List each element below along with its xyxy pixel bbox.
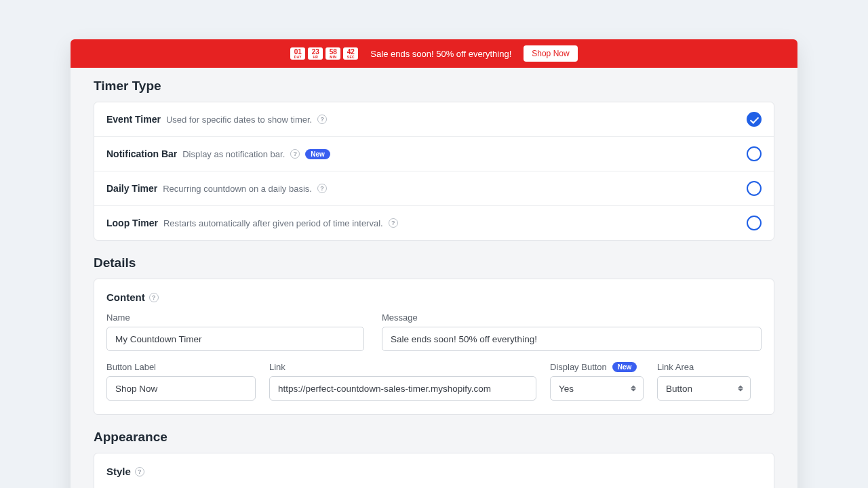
radio-loop-timer[interactable] [747,216,762,230]
countdown-day-lbl: DAY [290,56,305,59]
button-label-input[interactable] [106,376,256,401]
content-heading-text: Content [106,291,145,303]
timer-type-notification[interactable]: Notification Bar Display as notification… [94,137,774,171]
timer-type-desc: Display as notification bar. [182,149,285,159]
help-icon[interactable]: ? [135,467,144,476]
timer-type-loop[interactable]: Loop Timer Restarts automatically after … [94,206,774,240]
link-area-select[interactable]: Button [657,376,751,401]
countdown-min: 58 MIN [326,47,340,60]
section-title-appearance: Appearance [94,430,774,445]
link-label: Link [269,362,536,372]
new-badge: New [305,149,330,159]
section-title-details: Details [94,256,774,270]
content-card: Content ? Name Message Button Label [94,279,774,415]
display-button-label: Display Button [550,362,607,372]
name-input[interactable] [106,327,364,351]
help-icon[interactable]: ? [317,115,327,124]
style-heading: Style ? [106,466,762,477]
message-input[interactable] [382,327,762,351]
timer-type-name: Loop Timer [106,218,158,228]
message-label: Message [382,312,762,323]
countdown-boxes: 01 DAY 23 HR 58 MIN 42 SEC [290,47,358,60]
chevron-updown-icon [738,386,743,392]
timer-type-event[interactable]: Event Timer Used for specific dates to s… [94,102,774,137]
preview-banner: 01 DAY 23 HR 58 MIN 42 SEC Sale ends soo… [71,39,797,68]
link-area-value: Button [666,384,692,394]
help-icon[interactable]: ? [290,149,300,159]
timer-type-card: Event Timer Used for specific dates to s… [94,102,774,241]
banner-message: Sale ends soon! 50% off everything! [370,49,511,59]
countdown-sec-lbl: SEC [343,56,358,59]
timer-type-name: Notification Bar [106,148,177,159]
countdown-sec: 42 SEC [343,47,358,60]
new-badge: New [612,362,637,372]
display-button-value: Yes [559,384,574,394]
shop-now-button[interactable]: Shop Now [524,45,577,62]
timer-type-desc: Used for specific dates to show timer. [166,115,312,125]
display-button-select[interactable]: Yes [550,376,644,401]
name-label: Name [106,312,364,323]
timer-type-daily[interactable]: Daily Timer Recurring countdown on a dai… [94,171,774,206]
button-label-label: Button Label [106,362,256,372]
radio-daily-timer[interactable] [747,181,762,196]
content-heading: Content ? [106,291,762,303]
countdown-min-lbl: MIN [326,56,340,59]
timer-type-desc: Restarts automatically after given perio… [163,218,383,228]
chevron-updown-icon [631,386,636,392]
help-icon[interactable]: ? [317,184,327,193]
timer-type-desc: Recurring countdown on a daily basis. [163,184,312,194]
help-icon[interactable]: ? [389,218,398,228]
countdown-hr-lbl: HR [308,56,323,59]
timer-type-name: Daily Timer [106,183,157,194]
settings-panel: 01 DAY 23 HR 58 MIN 42 SEC Sale ends soo… [71,39,797,488]
style-card: Style ? Counter Colour Font and Backgrou… [94,453,774,488]
countdown-day: 01 DAY [290,47,305,60]
radio-event-timer[interactable] [747,112,762,127]
link-input[interactable] [269,376,536,401]
section-title-timer-type: Timer Type [94,79,774,94]
link-area-label: Link Area [657,362,751,372]
countdown-hr: 23 HR [308,47,323,60]
help-icon[interactable]: ? [149,293,159,302]
style-heading-text: Style [106,466,131,477]
timer-type-name: Event Timer [106,114,161,125]
radio-notification-bar[interactable] [747,146,762,161]
